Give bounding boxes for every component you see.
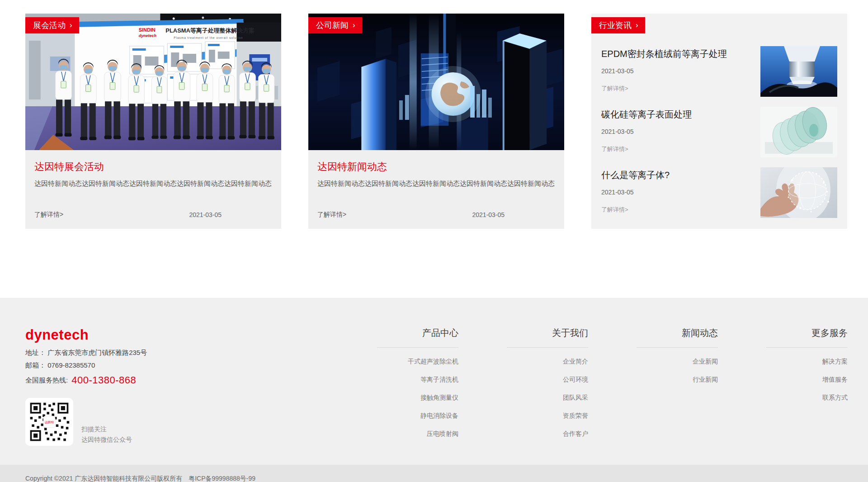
- mail-value: 0769-82385570: [47, 361, 95, 369]
- footer-link[interactable]: 资质荣誉: [507, 412, 588, 420]
- exhibition-card-foot: 了解详情> 2021-03-05: [34, 193, 272, 219]
- company-news-card-desc: 达因特新闻动态达因特新闻动态达因特新闻动态达因特新闻动态达因特新闻动态: [317, 180, 555, 188]
- footer-link[interactable]: 公司环境: [507, 376, 588, 384]
- exhibition-card-desc: 达因特新闻动态达因特新闻动态达因特新闻动态达因特新闻动态达因特新闻动态: [34, 180, 272, 188]
- footer-nav: 产品中心 干式超声波除尘机 等离子清洗机 接触角测量仪 静电消除设备 压电喷射阀…: [215, 327, 848, 446]
- industry-item-title[interactable]: 什么是等离子体?: [601, 169, 754, 181]
- footer-hotline-row: 全国服务热线: 400-1380-868: [25, 374, 215, 386]
- footer-link[interactable]: 接触角测量仪: [377, 394, 458, 402]
- industry-item-date: 2021-03-05: [601, 67, 754, 75]
- footer-qr-row: 达因特 扫描关注 达因特微信公众号: [25, 398, 215, 446]
- industry-tag-button[interactable]: 行业资讯 ›: [591, 17, 645, 33]
- industry-item[interactable]: 什么是等离子体? 2021-03-05 了解详情>: [601, 167, 837, 218]
- exhibition-card-title[interactable]: 达因特展会活动: [34, 160, 272, 174]
- footer-link[interactable]: 团队风采: [507, 394, 588, 402]
- footer-mail-row: 邮箱： 0769-82385570: [25, 361, 215, 370]
- exhibition-card[interactable]: SINDIN dynetech PLASMA等离子处理整体解决方案 Plasma…: [25, 14, 281, 229]
- industry-item-thumbnail[interactable]: [760, 167, 837, 218]
- exhibition-more-link[interactable]: 了解详情>: [34, 211, 63, 219]
- photo-headline-text: PLASMA等离子处理整体解决方案: [165, 27, 255, 34]
- footer-link[interactable]: 企业新闻: [637, 358, 718, 366]
- qr-caption: 扫描关注 达因特微信公众号: [81, 424, 132, 446]
- exhibition-tag-label: 展会活动: [33, 17, 66, 33]
- industry-item-title[interactable]: 碳化硅等离子表面处理: [601, 109, 754, 121]
- industry-item-title[interactable]: EPDM密封条植绒前等离子处理: [601, 48, 754, 60]
- footer-col-title-about[interactable]: 关于我们: [507, 327, 588, 348]
- industry-item-more-link[interactable]: 了解详情>: [601, 145, 754, 153]
- footer-link[interactable]: 增值服务: [766, 376, 848, 384]
- footer-logo[interactable]: dynetech: [25, 327, 215, 343]
- footer-link[interactable]: 等离子清洗机: [377, 376, 458, 384]
- chevron-right-icon: ›: [70, 21, 72, 29]
- footer-link[interactable]: 合作客户: [507, 430, 588, 438]
- plasma-nozzle-image: [760, 46, 837, 97]
- industry-tag-label: 行业资讯: [599, 17, 632, 33]
- footer-contact-block: dynetech 地址： 广东省东莞市虎门镇怀雅路235号 邮箱： 0769-8…: [25, 327, 215, 446]
- hotline-number: 400-1380-868: [71, 374, 136, 386]
- photo-brand-sub-text: dynetech: [139, 33, 157, 38]
- exhibition-photo[interactable]: SINDIN dynetech PLASMA等离子处理整体解决方案 Plasma…: [25, 14, 281, 150]
- qr-center-label: 达因特: [45, 421, 54, 424]
- industry-item-thumbnail[interactable]: [760, 46, 837, 97]
- industry-item-thumbnail[interactable]: [760, 107, 837, 157]
- qr-caption-line1: 扫描关注: [81, 424, 132, 435]
- company-news-photo[interactable]: 公司新闻 ›: [308, 14, 564, 150]
- footer-link[interactable]: 解决方案: [766, 358, 848, 366]
- industry-item-more-link[interactable]: 了解详情>: [601, 85, 754, 93]
- footer-col-title-products[interactable]: 产品中心: [377, 327, 458, 348]
- industry-item-date: 2021-03-05: [601, 189, 754, 196]
- qr-caption-line2: 达因特微信公众号: [81, 435, 132, 445]
- chevron-right-icon: ›: [636, 21, 638, 29]
- industry-item-text: 碳化硅等离子表面处理 2021-03-05 了解详情>: [601, 107, 754, 157]
- company-news-tag-button[interactable]: 公司新闻 ›: [308, 17, 362, 33]
- company-news-more-link[interactable]: 了解详情>: [317, 211, 346, 219]
- company-news-card[interactable]: 公司新闻 › 达因特新闻动态 达因特新闻动态达因特新闻动态达因特新闻动态达因特新…: [308, 14, 564, 229]
- company-news-card-body: 达因特新闻动态 达因特新闻动态达因特新闻动态达因特新闻动态达因特新闻动态达因特新…: [308, 150, 564, 229]
- section-spacer: [0, 229, 868, 298]
- footer-link[interactable]: 干式超声波除尘机: [377, 358, 458, 366]
- footer-col-products: 产品中心 干式超声波除尘机 等离子清洗机 接触角测量仪 静电消除设备 压电喷射阀: [377, 327, 458, 446]
- qr-code-image: 达因特: [28, 401, 70, 443]
- company-news-date: 2021-03-05: [472, 211, 505, 218]
- footer-link[interactable]: 压电喷射阀: [377, 430, 458, 438]
- company-news-tag-label: 公司新闻: [316, 17, 349, 33]
- footer-address-row: 地址： 广东省东莞市虎门镇怀雅路235号: [25, 349, 215, 357]
- photo-subline-text: Plasma treatment of the overall solution: [174, 36, 243, 39]
- hand-globe-image: [760, 167, 837, 218]
- footer-col-about: 关于我们 企业简介 公司环境 团队风采 资质荣誉 合作客户: [507, 327, 588, 446]
- copyright-bar: Copyright ©2021 广东达因特智能科技有限公司版权所有 粤ICP备9…: [0, 465, 868, 482]
- chevron-right-icon: ›: [353, 21, 355, 29]
- mail-label: 邮箱：: [25, 361, 46, 369]
- copyright-text: Copyright ©2021 广东达因特智能科技有限公司版权所有 粤ICP备9…: [25, 475, 255, 482]
- footer-contact-lines: 地址： 广东省东莞市虎门镇怀雅路235号 邮箱： 0769-82385570: [25, 349, 215, 370]
- footer-link[interactable]: 联系方式: [766, 394, 848, 402]
- company-news-card-foot: 了解详情> 2021-03-05: [317, 193, 555, 219]
- industry-item[interactable]: 碳化硅等离子表面处理 2021-03-05 了解详情>: [601, 107, 837, 157]
- address-value: 广东省东莞市虎门镇怀雅路235号: [47, 349, 147, 356]
- industry-item-more-link[interactable]: 了解详情>: [601, 206, 754, 214]
- industry-item-date: 2021-03-05: [601, 128, 754, 135]
- address-label: 地址：: [25, 349, 46, 356]
- footer-col-title-news[interactable]: 新闻动态: [637, 327, 718, 348]
- hotline-label: 全国服务热线:: [25, 376, 68, 385]
- exhibition-photo-image: SINDIN dynetech PLASMA等离子处理整体解决方案 Plasma…: [25, 14, 281, 150]
- wechat-qr-code: 达因特: [25, 398, 73, 446]
- footer: dynetech 地址： 广东省东莞市虎门镇怀雅路235号 邮箱： 0769-8…: [0, 298, 868, 465]
- industry-item[interactable]: EPDM密封条植绒前等离子处理 2021-03-05 了解详情>: [601, 46, 837, 97]
- footer-link[interactable]: 企业简介: [507, 358, 588, 366]
- footer-link[interactable]: 行业新闻: [637, 376, 718, 384]
- industry-item-text: EPDM密封条植绒前等离子处理 2021-03-05 了解详情>: [601, 46, 754, 97]
- exhibition-date: 2021-03-05: [189, 211, 222, 218]
- footer-col-title-services[interactable]: 更多服务: [766, 327, 848, 348]
- footer-link[interactable]: 静电消除设备: [377, 412, 458, 420]
- industry-item-text: 什么是等离子体? 2021-03-05 了解详情>: [601, 167, 754, 218]
- company-news-image: [308, 14, 564, 150]
- exhibition-card-body: 达因特展会活动 达因特新闻动态达因特新闻动态达因特新闻动态达因特新闻动态达因特新…: [25, 150, 281, 229]
- footer-col-news: 新闻动态 企业新闻 行业新闻: [637, 327, 718, 446]
- company-news-card-title[interactable]: 达因特新闻动态: [317, 160, 555, 174]
- news-cards-section: SINDIN dynetech PLASMA等离子处理整体解决方案 Plasma…: [0, 0, 868, 229]
- photo-brand-text: SINDIN: [139, 27, 156, 33]
- wafer-discs-image: [760, 107, 837, 157]
- footer-col-services: 更多服务 解决方案 增值服务 联系方式: [766, 327, 848, 446]
- exhibition-tag-button[interactable]: 展会活动 ›: [25, 17, 79, 33]
